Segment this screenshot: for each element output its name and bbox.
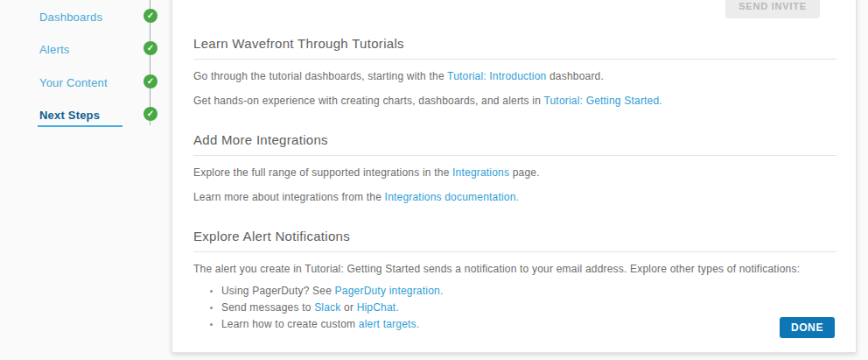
list-item-text: or [340,301,356,314]
next-steps-content: Learn Wavefront Through Tutorials Go thr… [193,36,836,335]
paragraph-text: page. [509,166,540,179]
paragraph: Go through the tutorial dashboards, star… [193,70,836,84]
section-title: Explore Alert Notifications [193,229,836,252]
integrations-documentation-link[interactable]: Integrations documentation. [385,191,520,203]
done-button[interactable]: DONE [780,317,835,338]
pagerduty-integration-link[interactable]: PagerDuty integration. [335,285,444,297]
tutorial-getting-started-link[interactable]: Tutorial: Getting Started. [543,95,662,107]
check-circle-icon: ✓ [144,9,158,23]
paragraph-text: dashboard. [546,70,604,82]
paragraph-text: Learn more about integrations from the [193,191,385,203]
section-integrations: Add More Integrations Explore the full r… [193,132,836,204]
paragraph-text: Explore the full range of supported inte… [193,166,452,179]
check-circle-icon: ✓ [144,41,158,55]
list-item: Using PagerDuty? See PagerDuty integrati… [221,285,836,297]
section-tutorials: Learn Wavefront Through Tutorials Go thr… [193,36,836,108]
paragraph: Explore the full range of supported inte… [193,166,836,180]
list-item: Send messages to Slack or HipChat. [221,301,836,314]
paragraph-text: Go through the tutorial dashboards, star… [193,70,447,82]
section-title: Add More Integrations [193,132,836,156]
next-steps-panel: SEND INVITE Learn Wavefront Through Tuto… [172,0,857,353]
sidebar-item-your-content[interactable]: Your Content [39,76,108,89]
paragraph: Learn more about integrations from the I… [193,191,836,205]
send-invite-button[interactable]: SEND INVITE [725,0,820,18]
sidebar-item-alerts[interactable]: Alerts [39,43,69,56]
list-item-text: Send messages to [221,301,314,314]
check-circle-icon: ✓ [144,74,158,88]
alert-targets-link[interactable]: alert targets. [359,318,420,330]
sidebar-item-next-steps[interactable]: Next Steps [39,109,100,122]
list-item-text: Learn how to create custom [221,318,359,330]
paragraph: The alert you create in Tutorial: Gettin… [193,263,836,277]
list-item-text: Using PagerDuty? See [221,285,335,297]
integrations-page-link[interactable]: Integrations [452,166,509,179]
paragraph: Get hands-on experience with creating ch… [193,95,836,109]
paragraph-text: Get hands-on experience with creating ch… [193,95,543,107]
section-alert-notifications: Explore Alert Notifications The alert yo… [193,229,836,330]
hipchat-link[interactable]: HipChat. [357,301,399,314]
notification-options-list: Using PagerDuty? See PagerDuty integrati… [193,285,836,330]
sidebar-item-dashboards[interactable]: Dashboards [39,11,102,24]
slack-link[interactable]: Slack [314,301,340,314]
list-item: Learn how to create custom alert targets… [221,318,836,330]
section-title: Learn Wavefront Through Tutorials [193,36,836,60]
tutorial-introduction-link[interactable]: Tutorial: Introduction [447,70,546,82]
active-step-underline [38,125,122,127]
check-circle-icon: ✓ [144,107,158,121]
onboarding-page: Dashboards Alerts Your Content Next Step… [0,0,868,360]
